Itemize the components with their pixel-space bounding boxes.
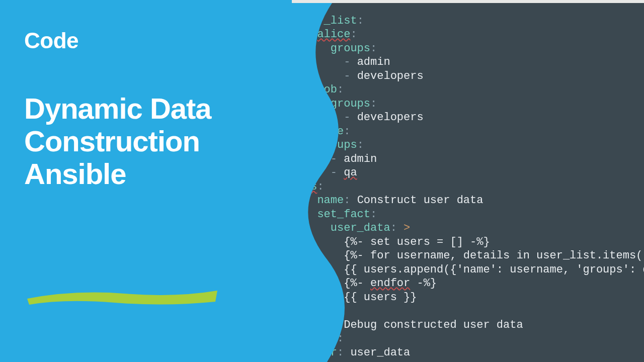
code-line: - name: Construct user data	[304, 194, 483, 207]
code-token: -	[344, 70, 357, 82]
code-token: :	[337, 83, 344, 96]
code-token: {%- set users = [] -%}	[344, 236, 490, 248]
code-token: :	[331, 319, 344, 331]
code-token: qa	[344, 166, 357, 179]
code-token: -	[331, 153, 344, 165]
code-token: set_fact	[317, 208, 370, 221]
code-line: name: Debug constructed user data	[304, 319, 523, 331]
code-token: >	[404, 222, 410, 234]
code-token: -%}	[410, 277, 437, 290]
code-token: :	[370, 208, 377, 221]
eyebrow-label: Code	[24, 28, 312, 53]
code-line: {{ users }}	[304, 291, 417, 304]
code-line: {%- set users = [] -%}	[304, 236, 490, 248]
code-block: : ser_list: alice: groups: - admin - dev…	[292, 0, 644, 362]
code-token: :	[357, 15, 364, 27]
code-line: groups:	[304, 98, 377, 110]
code-token: groups	[331, 98, 370, 110]
code-token: admin	[344, 153, 377, 165]
code-token: groups	[331, 42, 370, 55]
code-token: user_data	[331, 222, 390, 234]
code-token: developers	[357, 111, 424, 124]
code-token: alice	[317, 28, 350, 41]
code-line: - developers	[304, 111, 424, 124]
code-token: {{ users.append({'name': username, 'grou…	[344, 263, 644, 276]
code-token: :	[317, 180, 324, 193]
code-line: - developers	[304, 70, 424, 82]
code-line: {%- for username, details in user_list.i…	[304, 249, 644, 262]
code-line: groups:	[304, 139, 364, 151]
code-token: :	[337, 346, 350, 359]
code-token: :	[357, 139, 364, 151]
window-titlebar	[292, 0, 644, 3]
code-token: {%-	[344, 277, 370, 290]
code-token: user_data	[350, 346, 410, 359]
code-token: :	[337, 332, 344, 345]
code-token: -	[331, 166, 344, 179]
slide-title: Dynamic Data Construction Ansible	[24, 93, 312, 191]
code-line: var: user_data	[304, 346, 410, 359]
code-line: {%- endfor -%}	[304, 277, 437, 290]
code-line: set_fact:	[304, 208, 377, 221]
code-token: {%- for username, details in user_list.i…	[344, 249, 644, 262]
code-token: {{ users }}	[344, 291, 417, 304]
left-panel: Code Dynamic Data Construction Ansible	[0, 0, 312, 362]
code-token: Construct user data	[357, 194, 484, 207]
code-token: groups	[317, 139, 357, 151]
code-token: :	[370, 98, 377, 110]
code-token: :	[370, 42, 377, 55]
code-token: Debug constructed user data	[344, 319, 523, 331]
code-token: :	[344, 125, 350, 138]
code-token: -	[344, 111, 357, 124]
code-panel: : ser_list: alice: groups: - admin - dev…	[292, 3, 644, 362]
code-token: bob	[317, 83, 337, 96]
code-token: :	[344, 194, 357, 207]
code-line: groups:	[304, 42, 377, 55]
code-token: -	[344, 56, 357, 68]
code-token: admin	[357, 56, 390, 68]
code-line: {{ users.append({'name': username, 'grou…	[304, 263, 644, 276]
code-token: var	[317, 346, 337, 359]
code-line: - admin	[304, 153, 377, 165]
code-line: ser_list:	[304, 15, 364, 27]
code-token: endfor	[370, 277, 410, 290]
code-line: - admin	[304, 56, 390, 68]
slide: Code Dynamic Data Construction Ansible :…	[0, 0, 644, 362]
underline-swoosh-icon	[24, 287, 220, 307]
code-token: developers	[357, 70, 424, 82]
code-token: name	[317, 194, 344, 207]
code-token: :	[350, 28, 357, 41]
code-token: :	[390, 222, 404, 234]
code-line: user_data: >	[304, 222, 410, 234]
